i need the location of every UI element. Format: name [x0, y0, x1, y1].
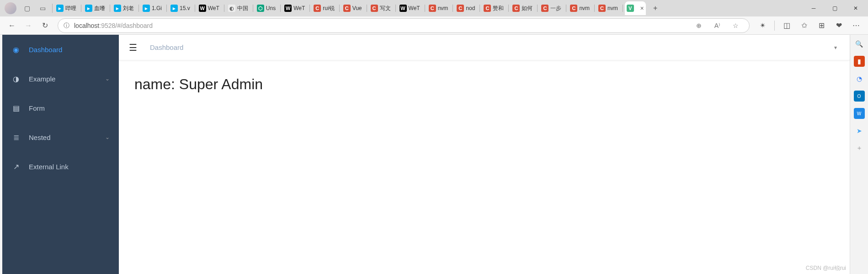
w-icon: W	[199, 5, 206, 12]
tab-label: 一步	[550, 5, 561, 12]
bili-icon: ▸	[56, 5, 64, 12]
browser-tab[interactable]: ⬡Uns	[255, 1, 278, 15]
tab-label: 刘老	[123, 5, 134, 12]
app-viewport: ◉ Dashboard ◑ Example ⌄ ▤ Form ≣ Nested …	[2, 35, 850, 274]
browser-tab[interactable]: ▸1.Gi	[141, 1, 165, 15]
breadcrumb: Dashboard	[150, 43, 183, 51]
w-icon: W	[284, 5, 292, 12]
minimize-button[interactable]: ─	[803, 0, 824, 16]
outlook-icon[interactable]: O	[854, 91, 865, 102]
example-icon: ◑	[11, 75, 21, 83]
browser-tab[interactable]: ▸15.v	[169, 1, 193, 15]
browser-tab-active[interactable]: V ×	[625, 1, 646, 15]
sidebar-item-example[interactable]: ◑ Example ⌄	[2, 64, 119, 93]
browser-tab[interactable]: ◐中国	[226, 1, 251, 15]
word-icon[interactable]: W	[854, 108, 865, 119]
collections-icon[interactable]: ⊞	[813, 18, 830, 33]
url-host: localhost	[74, 22, 99, 29]
app-sidebar: ◉ Dashboard ◑ Example ⌄ ▤ Form ≣ Nested …	[2, 35, 119, 274]
briefcase-icon[interactable]: ▮	[854, 56, 865, 67]
divider	[566, 5, 566, 12]
sidebar-item-dashboard[interactable]: ◉ Dashboard	[2, 35, 119, 64]
g-icon: ◐	[228, 5, 235, 12]
new-tab-button[interactable]: +	[649, 1, 662, 15]
browser-tab[interactable]: Cnvm	[596, 1, 621, 15]
browser-tab[interactable]: C一步	[539, 1, 564, 15]
browser-tab[interactable]: WWeT	[282, 1, 308, 15]
divider	[623, 5, 623, 12]
sidebar-item-form[interactable]: ▤ Form	[2, 93, 119, 123]
sidebar-item-label: Example	[29, 75, 55, 83]
workspaces-icon[interactable]: ▢	[21, 2, 33, 14]
divider	[453, 5, 453, 12]
hamburger-icon[interactable]: ☰	[129, 42, 137, 53]
browser-tab[interactable]: C如何	[511, 1, 535, 15]
maximize-button[interactable]: ▢	[824, 0, 845, 16]
sidebar-item-label: Dashboard	[29, 46, 62, 54]
plus-icon[interactable]: ＋	[854, 143, 865, 154]
browser-tab[interactable]: Cnod	[455, 1, 478, 15]
address-bar[interactable]: ⓘ localhost:9528/#/dashboard ⊕ A⁾ ☆	[58, 18, 750, 33]
sidebar-item-external-link[interactable]: ↗ External Link	[2, 152, 119, 181]
send-icon[interactable]: ➤	[854, 125, 865, 136]
url-path: :9528/#/dashboard	[99, 22, 153, 29]
divider	[253, 5, 253, 12]
user-dropdown-icon[interactable]: ▾	[831, 42, 840, 54]
form-icon: ▤	[11, 104, 21, 113]
back-button[interactable]: ←	[4, 18, 20, 33]
nested-icon: ≣	[11, 133, 21, 142]
browser-tab[interactable]: WWeT	[398, 1, 423, 15]
browser-tab[interactable]: ▸刘老	[112, 1, 137, 15]
search-icon[interactable]: 🔍	[854, 38, 865, 49]
tab-label: WeT	[409, 5, 420, 11]
browser-tab[interactable]: C写文	[369, 1, 394, 15]
browser-tab[interactable]: CVue	[341, 1, 365, 15]
watermark: CSDN @rui锐rui	[806, 264, 846, 272]
close-window-button[interactable]: ✕	[845, 0, 866, 16]
favorite-icon[interactable]: ☆	[727, 18, 744, 33]
c-icon: C	[484, 5, 491, 12]
bili-icon: ▸	[114, 5, 121, 12]
browser-tab[interactable]: Crui锐	[312, 1, 337, 15]
favorites-icon[interactable]: ✩	[796, 18, 812, 33]
close-icon[interactable]: ×	[640, 5, 644, 12]
browser-tab[interactable]: WWeT	[197, 1, 222, 15]
c-icon: C	[512, 5, 520, 12]
divider	[224, 5, 224, 12]
c-icon: C	[343, 5, 351, 12]
browser-tab[interactable]: Cnvm	[568, 1, 592, 15]
extensions-icon[interactable]: ✴	[754, 18, 771, 33]
link-icon: ↗	[11, 162, 21, 171]
c-icon: C	[429, 5, 436, 12]
zoom-icon[interactable]: ⊕	[691, 18, 707, 33]
read-aloud-icon[interactable]: A⁾	[709, 18, 725, 33]
divider	[425, 5, 425, 12]
more-icon[interactable]: ⋯	[848, 18, 864, 33]
sidebar-item-nested[interactable]: ≣ Nested ⌄	[2, 123, 119, 152]
browser-tab[interactable]: ▸血嗜	[83, 1, 108, 15]
performance-icon[interactable]: ❤	[831, 18, 847, 33]
browser-tab[interactable]: Cnvm	[427, 1, 451, 15]
browser-toolbar: ← → ↻ ⓘ localhost:9528/#/dashboard ⊕ A⁾ …	[0, 16, 868, 35]
sidebar-item-label: External Link	[29, 163, 69, 171]
tab-label: 中国	[237, 5, 248, 12]
profile-avatar[interactable]	[5, 2, 16, 14]
refresh-button[interactable]: ↻	[37, 18, 53, 33]
copilot-icon[interactable]: ◔	[854, 73, 865, 84]
w-icon: W	[399, 5, 407, 12]
sidebar-item-label: Nested	[29, 134, 51, 141]
tab-label: 血嗜	[94, 5, 105, 12]
dashboard-icon: ◉	[11, 45, 21, 54]
site-info-icon[interactable]: ⓘ	[64, 21, 69, 30]
divider	[479, 5, 480, 12]
forward-button: →	[20, 18, 37, 33]
bili-icon: ▸	[143, 5, 150, 12]
c-icon: C	[570, 5, 577, 12]
app-navbar: ☰ Dashboard ▾	[119, 35, 850, 60]
browser-tab[interactable]: C赞和	[482, 1, 506, 15]
divider	[309, 5, 310, 12]
split-screen-icon[interactable]: ◫	[778, 18, 795, 33]
tab-actions-icon[interactable]: ▭	[37, 2, 48, 14]
browser-tab[interactable]: ▸哔哩	[54, 1, 79, 15]
divider	[594, 5, 595, 12]
